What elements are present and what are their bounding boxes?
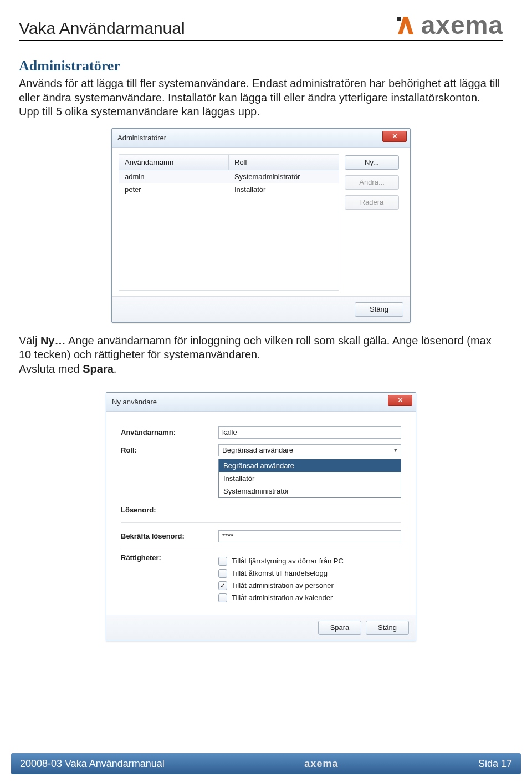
delete-button[interactable]: Radera: [345, 195, 399, 210]
role-option[interactable]: Installatör: [219, 472, 401, 485]
page-footer: 20008-03 Vaka Användarmanual axema Sida …: [11, 753, 521, 774]
admins-dialog-title: Administratörer: [117, 134, 166, 142]
newuser-dialog-footer: Spara Stäng: [106, 615, 416, 641]
document-title: Vaka Användarmanual: [19, 19, 185, 38]
new-button[interactable]: Ny...: [345, 155, 399, 170]
checkbox-icon[interactable]: [218, 593, 227, 602]
col-username[interactable]: Användarnamn: [119, 155, 229, 170]
divider: [121, 549, 401, 549]
checkbox-icon[interactable]: [218, 569, 227, 578]
table-row[interactable]: admin Systemadministratör: [119, 170, 339, 183]
role-label: Roll:: [121, 446, 218, 454]
admins-button-column: Ny... Ändra... Radera: [339, 154, 403, 291]
password-label: Lösenord:: [121, 506, 218, 514]
right-label: Tillåt fjärrstyrning av dörrar från PC: [232, 557, 344, 565]
footer-brand: axema: [304, 758, 338, 770]
checkbox-icon[interactable]: [218, 557, 227, 566]
rights-label: Rättigheter:: [121, 554, 218, 562]
admins-dialog-footer: Stäng: [112, 296, 410, 322]
right-label: Tillåt administration av kalender: [232, 593, 332, 602]
cell-username: peter: [119, 183, 229, 196]
close-button[interactable]: Stäng: [355, 302, 403, 317]
intro-paragraph: Används för att lägga till fler systeman…: [19, 77, 503, 119]
footer-left: 20008-03 Vaka Användarmanual: [20, 758, 165, 770]
newuser-dialog-title: Ny användare: [112, 398, 157, 406]
role-option[interactable]: Systemadministratör: [219, 485, 401, 497]
close-button[interactable]: Stäng: [366, 621, 409, 635]
table-header: Användarnamn Roll: [119, 155, 339, 170]
username-input[interactable]: kalle: [218, 426, 401, 439]
close-icon[interactable]: ✕: [382, 131, 407, 142]
divider: [121, 522, 401, 523]
section-heading: Administratörer: [19, 58, 503, 74]
svg-point-0: [397, 17, 401, 21]
role-combobox[interactable]: Begränsad användare: [218, 444, 401, 456]
axema-icon: [395, 14, 417, 35]
document-header: Vaka Användarmanual axema: [19, 12, 503, 38]
newuser-dialog: Ny användare ✕ Användarnamn: kalle Roll:…: [106, 392, 416, 641]
newuser-dialog-titlebar[interactable]: Ny användare ✕: [106, 393, 416, 412]
username-label: Användarnamn:: [121, 428, 218, 436]
close-icon[interactable]: ✕: [388, 395, 412, 406]
save-button[interactable]: Spara: [318, 621, 361, 635]
admins-table: Användarnamn Roll admin Systemadministra…: [119, 154, 339, 291]
admins-dialog-titlebar[interactable]: Administratörer ✕: [112, 129, 410, 148]
confirm-input[interactable]: ****: [218, 530, 401, 542]
brand-logo: axema: [395, 12, 503, 38]
table-row[interactable]: peter Installatör: [119, 183, 339, 196]
col-role[interactable]: Roll: [229, 155, 339, 170]
checkbox-icon[interactable]: ✓: [218, 581, 227, 590]
right-row[interactable]: Tillåt åtkomst till händelselogg: [218, 569, 401, 578]
role-dropdown: Begränsad användare Installatör Systemad…: [218, 459, 401, 498]
right-row[interactable]: ✓ Tillåt administration av personer: [218, 581, 401, 590]
instruction-paragraph: Välj Ny… Ange användarnamn för inloggnin…: [19, 334, 503, 377]
cell-username: admin: [119, 170, 229, 183]
brand-text: axema: [421, 12, 503, 38]
edit-button[interactable]: Ändra...: [345, 175, 399, 190]
footer-page: Sida 17: [478, 758, 512, 770]
role-option[interactable]: Begränsad användare: [219, 459, 401, 472]
confirm-label: Bekräfta lösenord:: [121, 532, 218, 540]
right-row[interactable]: Tillåt fjärrstyrning av dörrar från PC: [218, 557, 401, 566]
right-label: Tillåt administration av personer: [232, 581, 334, 590]
right-row[interactable]: Tillåt administration av kalender: [218, 593, 401, 602]
header-rule: [19, 40, 503, 41]
admins-dialog: Administratörer ✕ Användarnamn Roll admi…: [111, 128, 411, 323]
cell-role: Installatör: [229, 183, 339, 196]
cell-role: Systemadministratör: [229, 170, 339, 183]
right-label: Tillåt åtkomst till händelselogg: [232, 569, 328, 577]
